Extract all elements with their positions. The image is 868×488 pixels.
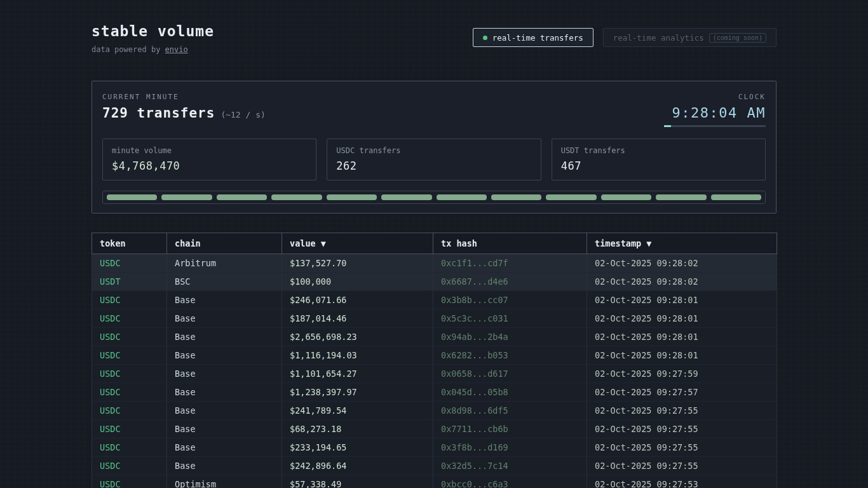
chain-cell: Base bbox=[167, 346, 282, 365]
tx-hash-link[interactable]: 0x3b8b...cc07 bbox=[433, 291, 587, 309]
token-cell: USDC bbox=[92, 328, 167, 346]
minute-segment bbox=[161, 194, 212, 200]
tx-hash-link[interactable]: 0xc1f1...cd7f bbox=[433, 254, 587, 273]
tx-hash-link[interactable]: 0x045d...05b8 bbox=[433, 383, 587, 402]
stat-usdc-transfers: USDC transfers 262 bbox=[327, 139, 541, 180]
stat-label: USDC transfers bbox=[336, 146, 531, 155]
timestamp-cell: 02-Oct-2025 09:27:55 bbox=[587, 438, 777, 457]
tx-hash-link[interactable]: 0x6282...b053 bbox=[433, 346, 587, 365]
value-cell: $1,101,654.27 bbox=[282, 365, 433, 383]
table-row: USDC Base $242,896.64 0x32d5...7c14 02-O… bbox=[92, 457, 777, 475]
tx-hash-link[interactable]: 0x7711...cb6b bbox=[433, 420, 587, 438]
table-row: USDC Base $246,071.66 0x3b8b...cc07 02-O… bbox=[92, 291, 777, 309]
timestamp-cell: 02-Oct-2025 09:28:01 bbox=[587, 291, 777, 309]
tx-hash-link[interactable]: 0x6687...d4e6 bbox=[433, 273, 587, 291]
timestamp-cell: 02-Oct-2025 09:28:02 bbox=[587, 254, 777, 273]
timestamp-cell: 02-Oct-2025 09:28:01 bbox=[587, 309, 777, 328]
stat-usdt-transfers: USDT transfers 467 bbox=[552, 139, 766, 180]
minute-segment bbox=[656, 194, 706, 200]
stat-minute-volume: minute volume $4,768,470 bbox=[102, 139, 316, 180]
transfers-rate: (~12 / s) bbox=[220, 110, 265, 119]
stat-value: $4,768,470 bbox=[112, 159, 307, 172]
minute-segment bbox=[711, 194, 761, 200]
powered-by: data powered by envio bbox=[92, 45, 214, 54]
stat-value: 262 bbox=[336, 159, 531, 172]
chain-cell: Base bbox=[167, 291, 282, 309]
page-container: stable volume data powered by envio real… bbox=[92, 0, 776, 488]
tx-hash-link[interactable]: 0x94ab...2b4a bbox=[433, 328, 587, 346]
minute-segment bbox=[327, 194, 377, 200]
transfers-table-body: USDC Arbitrum $137,527.70 0xc1f1...cd7f … bbox=[92, 254, 777, 488]
value-cell: $2,656,698.23 bbox=[282, 328, 433, 346]
timestamp-cell: 02-Oct-2025 09:28:01 bbox=[587, 346, 777, 365]
value-cell: $57,338.49 bbox=[282, 475, 433, 488]
value-cell: $1,116,194.03 bbox=[282, 346, 433, 365]
table-row: USDC Optimism $57,338.49 0xbcc0...c6a3 0… bbox=[92, 475, 777, 488]
table-row: USDC Base $1,238,397.97 0x045d...05b8 02… bbox=[92, 383, 777, 402]
token-cell: USDC bbox=[92, 365, 167, 383]
chain-cell: Arbitrum bbox=[167, 254, 282, 273]
tx-hash-link[interactable]: 0x8d98...6df5 bbox=[433, 402, 587, 420]
transfers-count: 729 transfers bbox=[102, 105, 215, 121]
tx-hash-link[interactable]: 0x32d5...7c14 bbox=[433, 457, 587, 475]
token-cell: USDC bbox=[92, 254, 167, 273]
timestamp-cell: 02-Oct-2025 09:27:59 bbox=[587, 365, 777, 383]
current-minute-panel: CURRENT MINUTE 729 transfers (~12 / s) C… bbox=[92, 81, 776, 214]
transfers-table: token chain value ▼ tx hash timestamp ▼ … bbox=[92, 233, 777, 488]
clock-block: CLOCK 9:28:04 AM bbox=[664, 93, 766, 127]
chain-cell: Base bbox=[167, 309, 282, 328]
header-chain[interactable]: chain bbox=[167, 233, 282, 254]
minute-segment bbox=[601, 194, 651, 200]
minute-segment bbox=[381, 194, 431, 200]
token-cell: USDC bbox=[92, 291, 167, 309]
table-row: USDC Base $2,656,698.23 0x94ab...2b4a 02… bbox=[92, 328, 777, 346]
minute-segment bbox=[546, 194, 596, 200]
token-cell: USDC bbox=[92, 383, 167, 402]
timestamp-cell: 02-Oct-2025 09:27:55 bbox=[587, 457, 777, 475]
tx-hash-link[interactable]: 0xbcc0...c6a3 bbox=[433, 475, 587, 488]
chain-cell: Base bbox=[167, 328, 282, 346]
tx-hash-link[interactable]: 0x5c3c...c031 bbox=[433, 309, 587, 328]
value-cell: $137,527.70 bbox=[282, 254, 433, 273]
header-tx-hash[interactable]: tx hash bbox=[433, 233, 587, 254]
value-cell: $187,014.46 bbox=[282, 309, 433, 328]
timestamp-cell: 02-Oct-2025 09:27:53 bbox=[587, 475, 777, 488]
value-cell: $68,273.18 bbox=[282, 420, 433, 438]
page-title: stable volume bbox=[92, 23, 214, 39]
timestamp-cell: 02-Oct-2025 09:27:55 bbox=[587, 420, 777, 438]
token-cell: USDC bbox=[92, 457, 167, 475]
timestamp-cell: 02-Oct-2025 09:27:55 bbox=[587, 402, 777, 420]
table-row: USDC Base $68,273.18 0x7711...cb6b 02-Oc… bbox=[92, 420, 777, 438]
chain-cell: Base bbox=[167, 457, 282, 475]
stat-label: USDT transfers bbox=[561, 146, 756, 155]
chain-cell: Base bbox=[167, 438, 282, 457]
clock-label: CLOCK bbox=[664, 93, 766, 101]
header-token[interactable]: token bbox=[92, 233, 167, 254]
table-row: USDC Base $233,194.65 0x3f8b...d169 02-O… bbox=[92, 438, 777, 457]
value-cell: $242,896.64 bbox=[282, 457, 433, 475]
chain-cell: Base bbox=[167, 365, 282, 383]
timestamp-cell: 02-Oct-2025 09:28:01 bbox=[587, 328, 777, 346]
envio-link[interactable]: envio bbox=[165, 45, 188, 54]
header-value-sort[interactable]: value ▼ bbox=[282, 233, 433, 254]
minute-segments-bar bbox=[102, 191, 766, 204]
token-cell: USDC bbox=[92, 438, 167, 457]
token-cell: USDC bbox=[92, 309, 167, 328]
timestamp-cell: 02-Oct-2025 09:28:02 bbox=[587, 273, 777, 291]
table-row: USDT BSC $100,000 0x6687...d4e6 02-Oct-2… bbox=[92, 273, 777, 291]
tab-real-time-transfers[interactable]: real-time transfers bbox=[473, 28, 593, 47]
branding: stable volume data powered by envio bbox=[92, 23, 214, 54]
tx-hash-link[interactable]: 0x3f8b...d169 bbox=[433, 438, 587, 457]
tab-real-time-analytics[interactable]: real-time analytics (coming soon) bbox=[603, 28, 776, 47]
clock-time: 9:28:04 AM bbox=[664, 105, 766, 121]
live-dot-icon bbox=[483, 36, 487, 40]
header-timestamp-sort[interactable]: timestamp ▼ bbox=[587, 233, 777, 254]
token-cell: USDC bbox=[92, 475, 167, 488]
clock-progress-track bbox=[664, 125, 766, 127]
tx-hash-link[interactable]: 0x0658...d617 bbox=[433, 365, 587, 383]
table-row: USDC Arbitrum $137,527.70 0xc1f1...cd7f … bbox=[92, 254, 777, 273]
value-cell: $233,194.65 bbox=[282, 438, 433, 457]
token-cell: USDC bbox=[92, 346, 167, 365]
value-cell: $1,238,397.97 bbox=[282, 383, 433, 402]
minute-segment bbox=[437, 194, 487, 200]
